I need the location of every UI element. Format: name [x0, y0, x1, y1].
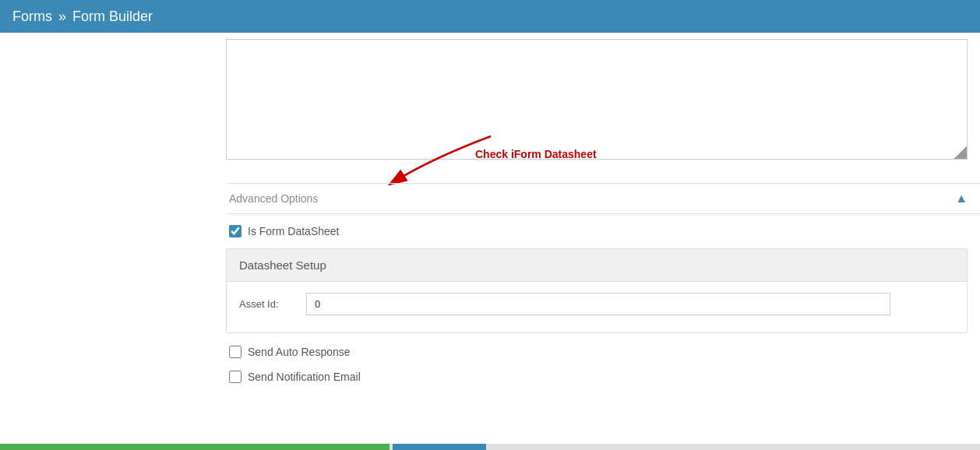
collapse-icon[interactable]: ▲ — [955, 192, 968, 206]
send-auto-response-label[interactable]: Send Auto Response — [248, 346, 351, 358]
asset-id-row: Asset Id: — [239, 293, 954, 315]
advanced-options-wrapper: Check iForm Datasheet Advanced Options ▲ — [226, 183, 980, 214]
send-auto-response-checkbox[interactable] — [229, 346, 241, 358]
datasheet-setup-body: Asset Id: — [227, 282, 967, 332]
send-notification-email-label[interactable]: Send Notification Email — [248, 371, 361, 383]
form-textarea[interactable] — [227, 40, 967, 156]
breadcrumb-separator: » — [58, 9, 66, 25]
bottom-progress-bar — [0, 444, 980, 450]
asset-id-input[interactable] — [306, 293, 890, 315]
progress-green — [0, 444, 390, 450]
right-content: Check iForm Datasheet Advanced Options ▲ — [226, 33, 980, 450]
datasheet-setup-header: Datasheet Setup — [227, 249, 967, 282]
advanced-options-label: Advanced Options — [226, 192, 318, 205]
send-auto-response-row: Send Auto Response — [226, 333, 980, 358]
resize-handle[interactable] — [954, 146, 967, 159]
left-sidebar — [0, 33, 226, 450]
send-notification-email-row: Send Notification Email — [226, 358, 980, 383]
advanced-options-header: Advanced Options ▲ — [226, 183, 980, 214]
progress-blue — [393, 444, 486, 450]
is-form-datasheet-checkbox[interactable] — [229, 225, 241, 237]
asset-id-label: Asset Id: — [239, 298, 294, 310]
breadcrumb: Forms » Form Builder — [12, 9, 153, 25]
annotation-text: Check iForm Datasheet — [475, 148, 597, 160]
header-bar: Forms » Form Builder — [0, 0, 980, 33]
form-textarea-section — [226, 39, 968, 160]
breadcrumb-builder[interactable]: Form Builder — [72, 9, 153, 25]
main-content: Check iForm Datasheet Advanced Options ▲ — [0, 33, 980, 450]
send-notification-email-checkbox[interactable] — [229, 371, 241, 383]
breadcrumb-forms[interactable]: Forms — [12, 9, 52, 25]
is-form-datasheet-row: Is Form DataSheet — [226, 214, 980, 248]
datasheet-setup-container: Datasheet Setup Asset Id: — [226, 248, 968, 333]
section-divider — [226, 160, 980, 183]
is-form-datasheet-label[interactable]: Is Form DataSheet — [248, 225, 340, 237]
